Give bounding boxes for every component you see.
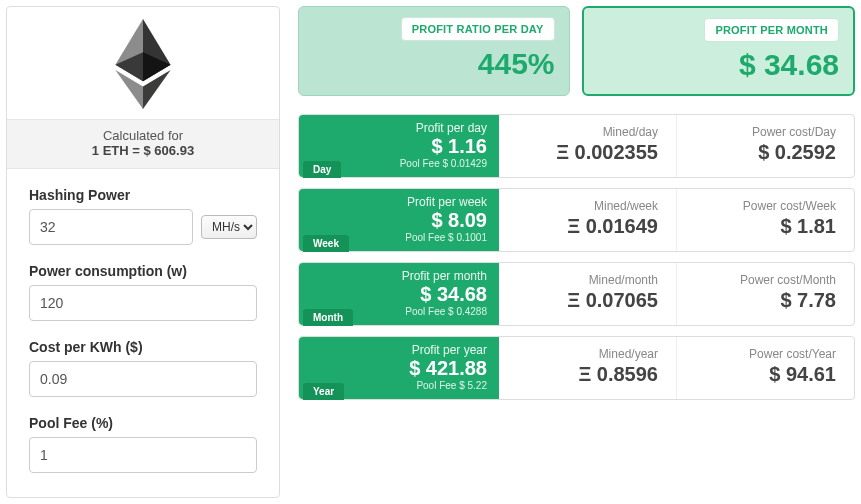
profit-label-day: Profit per day — [311, 121, 487, 135]
power-cell-month: Power cost/Month $ 7.78 — [677, 263, 854, 325]
row-month: Month Profit per month $ 34.68 Pool Fee … — [298, 262, 855, 326]
period-tag-year: Year — [303, 383, 344, 400]
row-year: Year Profit per year $ 421.88 Pool Fee $… — [298, 336, 855, 400]
power-label-day: Power cost/Day — [687, 125, 836, 139]
hashing-power-input[interactable] — [29, 209, 193, 245]
logo-row — [7, 7, 279, 119]
right-panel: PROFIT RATIO PER DAY 445% PROFIT PER MON… — [280, 6, 855, 498]
profit-value-day: $ 1.16 — [311, 136, 487, 157]
power-cell-year: Power cost/Year $ 94.61 — [677, 337, 854, 399]
power-cell-day: Power cost/Day $ 0.2592 — [677, 115, 854, 177]
profit-cell-month: Month Profit per month $ 34.68 Pool Fee … — [299, 263, 499, 325]
eth-rate: 1 ETH = $ 606.93 — [7, 143, 279, 158]
ethereum-icon — [115, 19, 171, 109]
mined-cell-week: Mined/week Ξ 0.01649 — [499, 189, 677, 251]
profit-label-year: Profit per year — [311, 343, 487, 357]
profit-per-month-card: PROFIT PER MONTH $ 34.68 — [582, 6, 856, 96]
profit-ratio-value: 445% — [313, 47, 555, 81]
pool-fee-input[interactable] — [29, 437, 257, 473]
mined-cell-day: Mined/day Ξ 0.002355 — [499, 115, 677, 177]
power-cell-week: Power cost/Week $ 1.81 — [677, 189, 854, 251]
row-week: Week Profit per week $ 8.09 Pool Fee $ 0… — [298, 188, 855, 252]
hashing-power-field: Hashing Power MH/s — [29, 187, 257, 245]
mined-cell-year: Mined/year Ξ 0.8596 — [499, 337, 677, 399]
mined-label-week: Mined/week — [509, 199, 658, 213]
profit-cell-year: Year Profit per year $ 421.88 Pool Fee $… — [299, 337, 499, 399]
period-tag-day: Day — [303, 161, 341, 178]
profit-value-month: $ 34.68 — [311, 284, 487, 305]
input-form: Hashing Power MH/s Power consumption (w)… — [7, 169, 279, 504]
cost-per-kwh-input[interactable] — [29, 361, 257, 397]
hashing-unit-select[interactable]: MH/s — [201, 215, 257, 239]
calculated-for-label: Calculated for — [7, 128, 279, 143]
power-value-week: $ 1.81 — [687, 215, 836, 238]
pool-fee-field: Pool Fee (%) — [29, 415, 257, 473]
profit-per-month-value: $ 34.68 — [598, 48, 840, 82]
mined-value-month: Ξ 0.07065 — [509, 289, 658, 312]
left-panel: Calculated for 1 ETH = $ 606.93 Hashing … — [6, 6, 280, 498]
profit-label-week: Profit per week — [311, 195, 487, 209]
mined-label-day: Mined/day — [509, 125, 658, 139]
profit-cell-week: Week Profit per week $ 8.09 Pool Fee $ 0… — [299, 189, 499, 251]
mined-value-year: Ξ 0.8596 — [509, 363, 658, 386]
power-value-day: $ 0.2592 — [687, 141, 836, 164]
hashing-power-label: Hashing Power — [29, 187, 257, 203]
mined-label-year: Mined/year — [509, 347, 658, 361]
power-consumption-label: Power consumption (w) — [29, 263, 257, 279]
profit-per-month-label: PROFIT PER MONTH — [704, 18, 839, 42]
power-consumption-field: Power consumption (w) — [29, 263, 257, 321]
mined-label-month: Mined/month — [509, 273, 658, 287]
profit-cell-day: Day Profit per day $ 1.16 Pool Fee $ 0.0… — [299, 115, 499, 177]
mined-value-day: Ξ 0.002355 — [509, 141, 658, 164]
profit-value-year: $ 421.88 — [311, 358, 487, 379]
power-label-week: Power cost/Week — [687, 199, 836, 213]
power-value-year: $ 94.61 — [687, 363, 836, 386]
row-day: Day Profit per day $ 1.16 Pool Fee $ 0.0… — [298, 114, 855, 178]
pool-fee-label: Pool Fee (%) — [29, 415, 257, 431]
power-label-year: Power cost/Year — [687, 347, 836, 361]
profit-ratio-card: PROFIT RATIO PER DAY 445% — [298, 6, 570, 96]
mined-value-week: Ξ 0.01649 — [509, 215, 658, 238]
power-consumption-input[interactable] — [29, 285, 257, 321]
period-tag-week: Week — [303, 235, 349, 252]
power-value-month: $ 7.78 — [687, 289, 836, 312]
top-cards: PROFIT RATIO PER DAY 445% PROFIT PER MON… — [298, 6, 855, 96]
power-label-month: Power cost/Month — [687, 273, 836, 287]
cost-per-kwh-field: Cost per KWh ($) — [29, 339, 257, 397]
cost-per-kwh-label: Cost per KWh ($) — [29, 339, 257, 355]
profit-ratio-label: PROFIT RATIO PER DAY — [401, 17, 555, 41]
calculated-for-banner: Calculated for 1 ETH = $ 606.93 — [7, 119, 279, 169]
profit-label-month: Profit per month — [311, 269, 487, 283]
period-tag-month: Month — [303, 309, 353, 326]
mined-cell-month: Mined/month Ξ 0.07065 — [499, 263, 677, 325]
profit-value-week: $ 8.09 — [311, 210, 487, 231]
